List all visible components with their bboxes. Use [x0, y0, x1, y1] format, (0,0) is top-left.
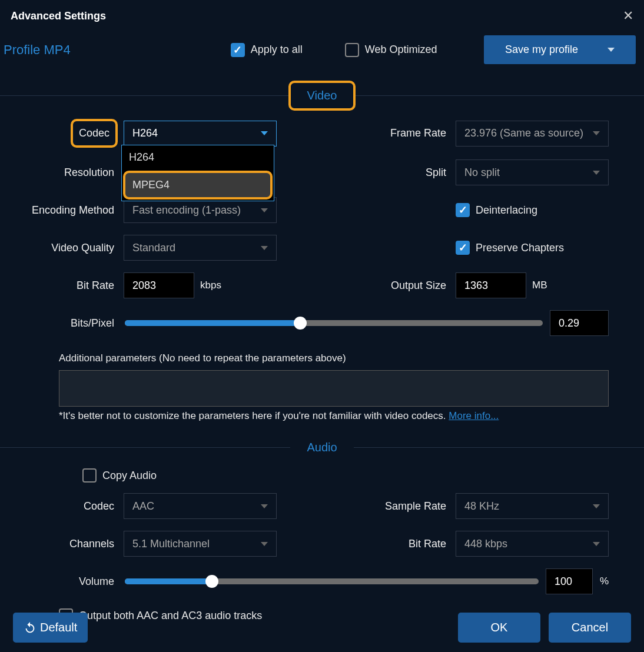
video-bitrate-label: Bit Rate	[0, 280, 118, 292]
chevron-down-icon	[261, 504, 268, 508]
additional-params-input[interactable]	[59, 370, 609, 407]
chevron-down-icon	[593, 131, 600, 135]
save-profile-button[interactable]: Save my profile	[484, 35, 636, 64]
preserve-chapters-checkbox[interactable]: ✓	[456, 241, 470, 255]
dialog-title: Advanced Settings	[11, 10, 106, 22]
ok-button[interactable]: OK	[458, 613, 540, 643]
copy-audio-checkbox[interactable]	[82, 468, 97, 483]
close-icon[interactable]: ✕	[623, 8, 633, 24]
codec-label: Codec	[71, 119, 118, 148]
preserve-chapters-label: Preserve Chapters	[476, 242, 564, 254]
chevron-down-icon	[593, 171, 600, 175]
profile-name: Profile MP4	[4, 42, 71, 58]
audio-codec-select[interactable]: AAC	[124, 493, 277, 519]
undo-icon	[24, 621, 36, 634]
deinterlacing-label: Deinterlacing	[476, 204, 537, 217]
chevron-down-icon	[593, 504, 600, 508]
channels-select[interactable]: 5.1 Multichannel	[124, 531, 277, 557]
video-section-header: Video	[288, 81, 356, 111]
bits-per-pixel-value[interactable]: 0.29	[550, 310, 609, 336]
channels-label: Channels	[0, 538, 118, 550]
output-size-unit: MB	[532, 280, 547, 291]
chevron-down-icon	[608, 48, 615, 52]
output-size-label: Output Size	[283, 280, 450, 292]
video-bitrate-unit: kbps	[200, 280, 221, 291]
copy-audio-label: Copy Audio	[102, 470, 157, 482]
apply-to-all-checkbox[interactable]: ✓	[231, 43, 245, 57]
chevron-down-icon	[261, 542, 268, 546]
video-codec-select[interactable]: H264	[124, 121, 277, 147]
chevron-down-icon	[261, 246, 268, 250]
chevron-down-icon	[261, 131, 268, 135]
video-quality-select[interactable]: Standard	[124, 235, 277, 261]
additional-params-label: Additional parameters (No need to repeat…	[59, 352, 609, 364]
codec-option-mpeg4[interactable]: MPEG4	[123, 171, 273, 199]
chevron-down-icon	[261, 208, 268, 212]
video-codec-dropdown: H264 MPEG4	[121, 145, 274, 201]
audio-bitrate-label: Bit Rate	[283, 538, 450, 550]
output-size-input[interactable]: 1363	[456, 272, 526, 298]
default-button[interactable]: Default	[13, 613, 88, 643]
bits-per-pixel-slider[interactable]	[125, 320, 543, 326]
split-select[interactable]: No split	[456, 159, 609, 185]
sample-rate-select[interactable]: 48 KHz	[456, 493, 609, 519]
volume-slider[interactable]	[125, 578, 539, 584]
volume-value[interactable]: 100	[546, 568, 593, 594]
deinterlacing-checkbox[interactable]: ✓	[456, 203, 470, 217]
cancel-button[interactable]: Cancel	[549, 613, 631, 643]
resolution-label: Resolution	[0, 167, 118, 179]
video-bitrate-input[interactable]: 2083	[124, 272, 194, 298]
apply-to-all-label: Apply to all	[251, 44, 303, 56]
volume-unit: %	[600, 576, 609, 587]
sample-rate-label: Sample Rate	[283, 500, 450, 513]
audio-codec-label: Codec	[0, 500, 118, 513]
volume-label: Volume	[22, 576, 118, 588]
codec-option-h264[interactable]: H264	[122, 145, 274, 169]
framerate-label: Frame Rate	[283, 127, 450, 139]
audio-section-header: Audio	[290, 435, 353, 460]
more-info-link[interactable]: More info...	[449, 410, 499, 421]
video-quality-label: Video Quality	[0, 242, 118, 254]
params-tip-text: *It's better not to customize the parame…	[59, 410, 446, 421]
web-optimized-checkbox[interactable]	[345, 43, 359, 57]
bits-per-pixel-label: Bits/Pixel	[22, 317, 118, 330]
split-label: Split	[283, 167, 450, 179]
audio-bitrate-select[interactable]: 448 kbps	[456, 531, 609, 557]
chevron-down-icon	[593, 542, 600, 546]
web-optimized-label: Web Optimized	[365, 44, 437, 56]
framerate-select[interactable]: 23.976 (Same as source)	[456, 121, 609, 147]
encoding-method-label: Encoding Method	[0, 204, 118, 217]
